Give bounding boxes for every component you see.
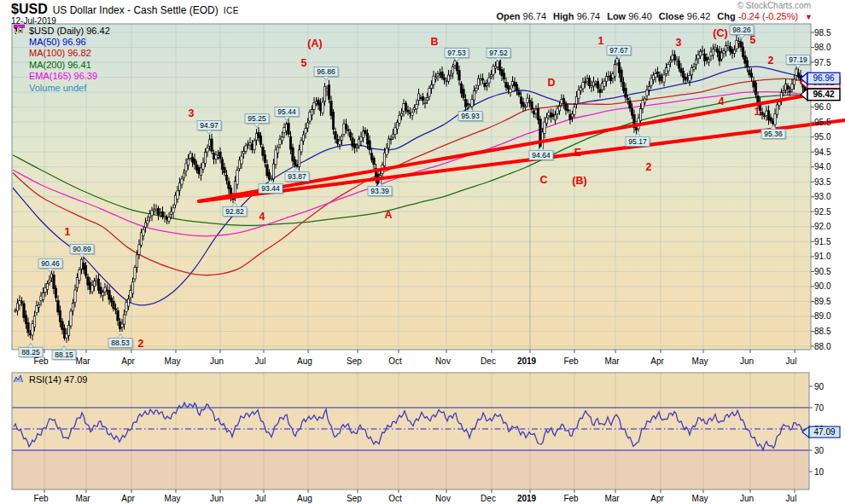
rsi-legend-label: RSI(14) 47.09 bbox=[29, 374, 87, 385]
svg-text:Jul: Jul bbox=[255, 494, 266, 503]
wave-label: 5 bbox=[301, 57, 307, 69]
wave-label: (C) bbox=[713, 27, 727, 39]
rsi-date-axis: FebMarAprMayJunJulAugSepOctNovDec2019Feb… bbox=[33, 490, 796, 503]
svg-text:Apr: Apr bbox=[650, 494, 664, 503]
svg-text:Mar: Mar bbox=[604, 494, 620, 503]
svg-text:Sep: Sep bbox=[347, 356, 362, 366]
stockcharts-chart-page: 88.088.589.089.590.090.591.091.592.092.5… bbox=[0, 0, 845, 504]
svg-text:Aug: Aug bbox=[297, 356, 312, 366]
rsi-value-marker: 47.09 bbox=[802, 426, 840, 437]
svg-text:Feb: Feb bbox=[33, 494, 49, 503]
svg-text:88.15: 88.15 bbox=[55, 350, 73, 359]
svg-text:97.67: 97.67 bbox=[609, 46, 628, 55]
svg-text:96.42: 96.42 bbox=[813, 90, 834, 99]
wave-label: 2 bbox=[646, 161, 652, 173]
chart-legend: $USD (Daily) 96.42MA(50) 96.96MA(100) 96… bbox=[14, 25, 110, 93]
svg-text:93.87: 93.87 bbox=[288, 172, 306, 181]
svg-text:Jun: Jun bbox=[210, 494, 224, 503]
svg-text:97.52: 97.52 bbox=[489, 49, 508, 57]
svg-text:Nov: Nov bbox=[435, 356, 451, 366]
svg-text:Mar: Mar bbox=[604, 356, 620, 366]
svg-text:91.5: 91.5 bbox=[814, 237, 831, 246]
svg-text:Apr: Apr bbox=[650, 356, 664, 366]
wave-label: 4 bbox=[259, 211, 265, 223]
svg-text:93.39: 93.39 bbox=[370, 187, 389, 195]
main-price-chart: 88.088.589.089.590.090.591.091.592.092.5… bbox=[0, 0, 845, 371]
svg-text:Jun: Jun bbox=[740, 494, 754, 503]
svg-text:92.82: 92.82 bbox=[225, 207, 244, 216]
wave-label: 3 bbox=[676, 37, 682, 49]
svg-text:May: May bbox=[692, 356, 708, 366]
last-price-marker: 96.42 bbox=[801, 89, 840, 101]
svg-text:93.0: 93.0 bbox=[814, 192, 831, 201]
legend-item-2-label: MA(200) 96.41 bbox=[29, 60, 91, 70]
legend-item-1: MA(100) 96.82 bbox=[14, 48, 110, 59]
rsi-legend: RSI(14) 47.09 bbox=[14, 374, 87, 385]
svg-text:47.09: 47.09 bbox=[813, 427, 835, 437]
svg-text:95.93: 95.93 bbox=[461, 112, 480, 120]
wave-label: 1 bbox=[598, 35, 604, 47]
svg-text:Nov: Nov bbox=[435, 494, 451, 503]
svg-text:95.36: 95.36 bbox=[764, 130, 783, 138]
rsi-indicator-chart: 907050301047.09FebMarAprMayJunJulAugSepO… bbox=[0, 371, 845, 504]
svg-text:Dec: Dec bbox=[481, 356, 496, 366]
wave-label: 3 bbox=[189, 107, 195, 119]
svg-text:98.0: 98.0 bbox=[814, 43, 831, 52]
svg-text:94.5: 94.5 bbox=[814, 148, 831, 157]
wave-label: 2 bbox=[768, 55, 774, 67]
svg-text:95.5: 95.5 bbox=[814, 118, 831, 127]
chart-title: $USD US Dollar Index - Cash Settle (EOD)… bbox=[11, 2, 239, 17]
change-quote: Chg -0.24 (-0.25%) bbox=[717, 11, 798, 21]
svg-text:94.64: 94.64 bbox=[532, 151, 551, 159]
svg-text:90.5: 90.5 bbox=[814, 267, 831, 276]
legend-volume: Volume undef bbox=[14, 82, 110, 93]
svg-text:Mar: Mar bbox=[75, 494, 90, 503]
svg-text:96.0: 96.0 bbox=[814, 102, 831, 112]
svg-text:89.0: 89.0 bbox=[814, 311, 831, 321]
svg-text:Jun: Jun bbox=[740, 356, 754, 366]
svg-text:94.0: 94.0 bbox=[814, 162, 831, 171]
svg-text:70: 70 bbox=[814, 403, 825, 413]
svg-text:94.97: 94.97 bbox=[200, 121, 219, 130]
svg-text:96.86: 96.86 bbox=[317, 67, 335, 76]
exchange-name: ICE bbox=[224, 6, 239, 15]
svg-text:2019: 2019 bbox=[517, 356, 537, 366]
wave-label: 1 bbox=[755, 106, 760, 118]
svg-text:Jul: Jul bbox=[255, 356, 266, 366]
svg-text:May: May bbox=[165, 494, 181, 503]
legend-item-3: EMA(165) 96.39 bbox=[14, 71, 110, 82]
open-quote: Open 96.74 bbox=[496, 11, 546, 21]
svg-text:90.0: 90.0 bbox=[814, 281, 831, 291]
svg-text:Mar: Mar bbox=[75, 356, 90, 366]
wave-label: C bbox=[539, 174, 547, 186]
quote-summary: Open 96.74 High 96.74 Low 96.40 Close 96… bbox=[496, 11, 813, 21]
legend-main-series-label: $USD (Daily) 96.42 bbox=[29, 26, 110, 36]
svg-text:97.19: 97.19 bbox=[789, 55, 807, 64]
svg-text:91.0: 91.0 bbox=[814, 252, 831, 261]
svg-text:97.5: 97.5 bbox=[814, 58, 831, 67]
legend-item-2: MA(200) 96.41 bbox=[14, 59, 110, 70]
svg-text:98.26: 98.26 bbox=[732, 26, 751, 34]
wave-label: A bbox=[384, 209, 392, 221]
svg-text:95.44: 95.44 bbox=[277, 107, 296, 116]
svg-text:Dec: Dec bbox=[481, 494, 496, 503]
copyright-notice: © StockCharts.com bbox=[737, 1, 811, 10]
svg-text:92.5: 92.5 bbox=[814, 207, 831, 217]
svg-text:Oct: Oct bbox=[388, 494, 402, 503]
svg-text:96.96: 96.96 bbox=[813, 73, 834, 83]
wave-label: 1 bbox=[65, 226, 71, 238]
svg-text:2019: 2019 bbox=[517, 494, 537, 503]
svg-text:Feb: Feb bbox=[563, 356, 579, 366]
svg-text:98.5: 98.5 bbox=[814, 28, 831, 38]
svg-text:30: 30 bbox=[814, 446, 825, 455]
svg-text:Jun: Jun bbox=[210, 356, 224, 366]
wave-label: E bbox=[574, 147, 581, 159]
close-quote: Close 96.42 bbox=[659, 11, 711, 21]
svg-text:10: 10 bbox=[814, 467, 825, 477]
svg-text:89.5: 89.5 bbox=[814, 297, 831, 306]
svg-text:93.5: 93.5 bbox=[814, 177, 831, 187]
change-down-arrow-icon: ▼ bbox=[805, 13, 813, 21]
high-quote: High 96.74 bbox=[553, 11, 600, 21]
svg-text:Aug: Aug bbox=[297, 494, 312, 503]
svg-text:Jul: Jul bbox=[786, 494, 797, 503]
